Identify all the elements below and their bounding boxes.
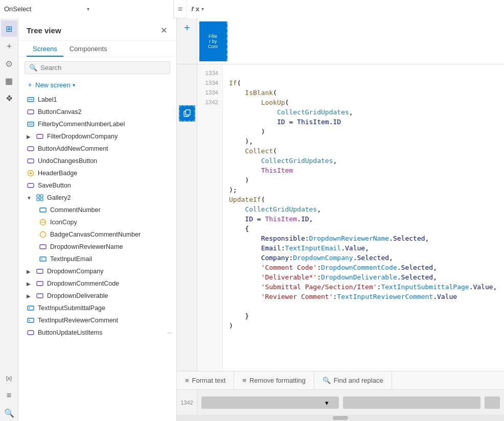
dropdowndeliverable-label: DropdownDeliverable (47, 292, 172, 299)
canvas-row-num-1342: 1342 (177, 390, 197, 415)
svg-point-18 (42, 222, 43, 223)
line-num-1334c: 1334 (201, 88, 222, 98)
horizontal-scrollbar[interactable] (177, 415, 504, 421)
code-editor-wrapper: 1334 1334 1334 1342 If( IsBlank( L (177, 64, 504, 421)
canvas-row-content-1342: ▾ (197, 390, 504, 415)
code-content[interactable]: If( IsBlank( LookUp( CollectGridUpdates,… (223, 64, 504, 371)
tree-item-filterdropdowncompany[interactable]: ▶ FilterDropdownCompany (18, 130, 176, 143)
sidebar-item-treeview[interactable]: ⊞ (1, 20, 17, 37)
tree-item-buttonaddnewcomment[interactable]: ButtonAddNewComment (18, 143, 176, 155)
textinputemail-label: TextInputEmail (50, 255, 172, 263)
formula-x-icon: x (196, 5, 199, 13)
iconcopy-label: IconCopy (50, 219, 172, 226)
savebutton-label: SaveButton (38, 182, 172, 189)
remove-formatting-icon: ≡ (242, 377, 246, 384)
tree-item-buttonupdatelistitems[interactable]: ButtonUpdateListItems ··· (18, 326, 176, 339)
tree-item-iconcopy[interactable]: IconCopy (18, 216, 176, 228)
sidebar-item-variables[interactable]: {x} (1, 370, 17, 386)
tab-screens[interactable]: Screens (27, 41, 63, 57)
tree-item-savebutton[interactable]: SaveButton (18, 179, 176, 192)
tree-item-buttoncanvas2[interactable]: ButtonCanvas2 (18, 106, 176, 118)
tree-item-dropdowncommentcode[interactable]: ▶ DropdownCommentCode (18, 277, 176, 290)
tree-item-textinputemail[interactable]: TextInputEmail (18, 253, 176, 265)
tree-item-textinputreviewercomment[interactable]: TextInputReviewerComment (18, 314, 176, 326)
format-text-label: Format text (192, 377, 226, 384)
canvas-top-row: ＋ Filte r by Com (177, 18, 504, 64)
top-bar: OnSelect ▾ = f x ▾ (0, 0, 504, 18)
add-canvas-button[interactable]: ＋ (182, 20, 192, 34)
tab-components[interactable]: Components (63, 41, 113, 57)
headerbadge-label: HeaderBadge (38, 170, 172, 177)
svg-rect-2 (28, 110, 34, 114)
sidebar-item-insert[interactable]: ＋ (1, 38, 17, 54)
button2-icon (27, 145, 35, 153)
dropdown-arrow-icon: ▾ (87, 6, 170, 12)
tree-item-label1[interactable]: Label1 (18, 93, 176, 106)
svg-point-17 (41, 222, 42, 223)
property-dropdown[interactable]: OnSelect ▾ (0, 0, 174, 18)
tree-item-gallery2[interactable]: ▼ Gallery2 (18, 192, 176, 204)
sidebar-item-search[interactable]: 🔍 (1, 405, 17, 421)
button-icon (27, 108, 35, 116)
svg-rect-14 (40, 198, 43, 201)
tree-item-badgecanvascommentnumber[interactable]: BadgeCanvasCommentNumber (18, 228, 176, 241)
svg-point-20 (40, 232, 46, 238)
format-text-button[interactable]: ≡ Format text (177, 371, 234, 390)
main-layout: ⊞ ＋ ⊙ ▦ ❖ {x} ≡ 🔍 Tree view ✕ Screens Co… (0, 18, 504, 421)
formula-bar[interactable]: f x ▾ (187, 0, 504, 18)
gallery2-expand-icon: ▼ (27, 195, 33, 201)
filter-card[interactable]: Filte r by Com (199, 21, 227, 61)
dropdown5-icon (36, 292, 44, 300)
tree-item-headerbadge[interactable]: HeaderBadge (18, 167, 176, 179)
filterdropdowncompany-label: FilterDropdownCompany (47, 133, 172, 140)
filter-card-line1: Filte (209, 34, 217, 39)
tree-item-dropdowndeliverable[interactable]: ▶ DropdownDeliverable (18, 290, 176, 302)
svg-rect-24 (37, 269, 43, 273)
label2-icon (27, 120, 35, 128)
svg-rect-27 (28, 306, 34, 310)
textinputsubmittalpage-label: TextInputSubmittalPage (38, 305, 172, 312)
tree-item-dropdownreviewername[interactable]: DropdownReviewerName (18, 241, 176, 253)
undochangesbutton-label: UndoChangesButton (38, 157, 172, 165)
find-replace-button[interactable]: 🔍 Find and replace (314, 371, 392, 390)
svg-rect-25 (37, 282, 43, 286)
remove-formatting-label: Remove formatting (249, 377, 306, 384)
tree-close-button[interactable]: ✕ (159, 25, 168, 36)
dropdowncommentcode-expand-icon: ▶ (27, 281, 33, 287)
svg-point-9 (30, 172, 32, 174)
tree-item-textinputsubmittalpage[interactable]: TextInputSubmittalPage (18, 302, 176, 314)
label1-label: Label1 (38, 96, 172, 103)
sidebar-item-media[interactable]: ▦ (1, 73, 17, 89)
code-editor-inner: 1334 1334 1334 1342 If( IsBlank( L (177, 64, 504, 371)
button4-icon (27, 181, 35, 190)
filterbycommentnumberlabel-label: FilterbyCommentNumberLabel (38, 121, 172, 128)
new-screen-plus-icon: ＋ (27, 80, 33, 89)
sidebar-item-collections[interactable]: ≡ (1, 387, 17, 404)
tree-item-undochangesbutton[interactable]: UndoChangesButton (18, 155, 176, 167)
buttonupdatelistitems-label: ButtonUpdateListItems (38, 329, 164, 336)
filter-card-line3: Com (208, 44, 218, 49)
sidebar-item-data[interactable]: ⊙ (1, 55, 17, 72)
remove-formatting-button[interactable]: ≡ Remove formatting (234, 371, 314, 390)
sidebar-item-settings[interactable] (1, 353, 17, 369)
iconcopy-icon (39, 218, 47, 226)
search-box-icon: 🔍 (29, 64, 37, 72)
svg-rect-6 (28, 147, 34, 151)
canvas-content: Filte r by Com (197, 18, 504, 64)
canvas-left-col: ＋ (177, 18, 197, 64)
new-screen-button[interactable]: ＋ New screen ▾ (18, 78, 176, 93)
canvas-preview-block3 (485, 396, 500, 409)
svg-rect-10 (28, 183, 34, 188)
svg-rect-12 (40, 195, 43, 197)
sidebar-item-components[interactable]: ❖ (1, 90, 17, 106)
canvas-copy-icon[interactable] (179, 105, 195, 122)
canvas-row-1342: 1342 ▾ (177, 389, 504, 415)
tree-item-commentnumber[interactable]: CommentNumber (18, 204, 176, 216)
svg-rect-21 (40, 245, 46, 249)
svg-rect-7 (28, 159, 34, 163)
tree-tabs: Screens Components (18, 41, 176, 57)
filter-card-line2: r by (209, 39, 217, 44)
search-input[interactable] (40, 64, 166, 72)
tree-item-filterbycommentnumberlabel[interactable]: FilterbyCommentNumberLabel (18, 118, 176, 130)
tree-item-dropdowncompany[interactable]: ▶ DropdownCompany (18, 265, 176, 277)
